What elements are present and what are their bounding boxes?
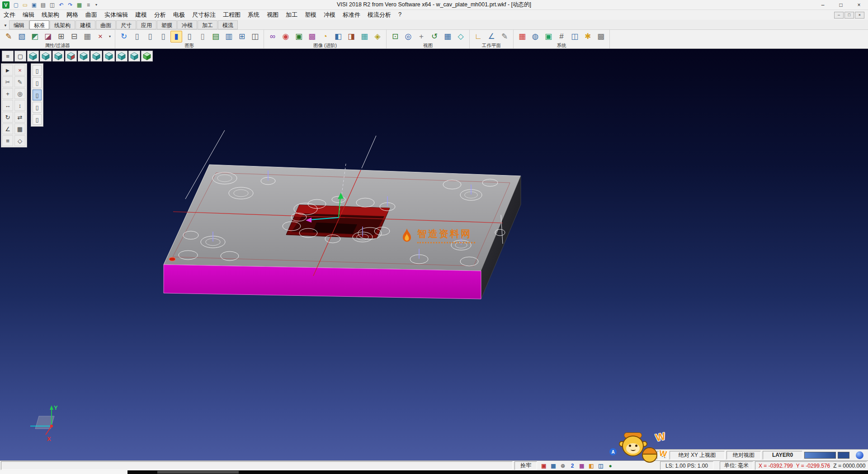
quick-access-dropdown-icon[interactable]: ▾: [93, 3, 99, 7]
stretch-icon[interactable]: ↕: [14, 100, 25, 111]
filter-solids-icon[interactable]: ⊟: [68, 31, 80, 43]
trim-icon[interactable]: ✂: [2, 76, 13, 87]
datum-marker[interactable]: [169, 257, 175, 261]
tab-10[interactable]: 模流: [218, 20, 238, 29]
hatch-icon[interactable]: ▩: [595, 31, 607, 43]
menu-item-18[interactable]: ?: [395, 10, 405, 20]
effects-icon[interactable]: ◈: [372, 31, 383, 43]
view-iso-2-icon[interactable]: [40, 51, 52, 62]
snap-lock-toggle[interactable]: 拴牢: [514, 461, 537, 470]
grid-icon[interactable]: ⊞: [236, 31, 248, 43]
profile-icon[interactable]: ◇: [14, 135, 25, 146]
view-orientation-indicator[interactable]: 绝对 XY 上视图: [670, 451, 725, 460]
texture-icon[interactable]: ◨: [345, 31, 357, 43]
menu-item-12[interactable]: 视图: [263, 10, 282, 20]
menu-item-9[interactable]: 尺寸标注: [189, 10, 219, 20]
status-render-icon[interactable]: ▣: [540, 462, 548, 469]
menu-item-17[interactable]: 模流分析: [364, 10, 395, 20]
new-document-icon[interactable]: ▢: [12, 1, 20, 9]
monitor-icon[interactable]: ◫: [569, 31, 580, 43]
tab-1[interactable]: 标准: [29, 20, 49, 29]
status-help2-icon[interactable]: 2: [568, 462, 576, 469]
mdi-close-button[interactable]: ×: [855, 12, 864, 19]
filter-clear-icon[interactable]: ×: [94, 31, 106, 43]
layer-column-active-icon[interactable]: ▮: [170, 31, 182, 43]
workplane-angle-icon[interactable]: ∠: [486, 31, 497, 43]
menu-item-4[interactable]: 曲面: [82, 10, 101, 20]
render-icon[interactable]: ◉: [280, 31, 292, 43]
move-icon[interactable]: ↔: [2, 100, 13, 111]
sketch-icon[interactable]: ✎: [14, 76, 25, 87]
save-icon[interactable]: ▣: [30, 1, 38, 9]
list-icon[interactable]: ≡: [2, 135, 13, 146]
angle-icon[interactable]: ∠: [2, 123, 13, 134]
attribute-pen-icon[interactable]: ✎: [3, 31, 14, 43]
layer-column-2-icon[interactable]: ▯: [144, 31, 156, 43]
layer-column-4-icon[interactable]: ▯: [184, 31, 195, 43]
menu-item-3[interactable]: 网格: [63, 10, 82, 20]
mdi-minimize-button[interactable]: –: [834, 12, 844, 19]
status-snap-icon[interactable]: ⊕: [559, 462, 567, 469]
view-bottom-icon[interactable]: [128, 51, 140, 62]
tab-options-dropdown[interactable]: ▼: [2, 21, 9, 29]
view-front-icon[interactable]: [90, 51, 102, 62]
menu-item-16[interactable]: 标准件: [339, 10, 364, 20]
array-icon[interactable]: ▦: [14, 123, 25, 134]
menu-item-2[interactable]: 线架构: [38, 10, 63, 20]
active-layer-indicator[interactable]: LAYER0: [763, 451, 802, 460]
notebook-icon[interactable]: ▤: [210, 31, 222, 43]
layer-column-1-icon[interactable]: ▯: [131, 31, 143, 43]
filter-can-2-icon[interactable]: ▯: [33, 77, 42, 88]
layer-column-3-icon[interactable]: ▯: [157, 31, 169, 43]
workspace-icon[interactable]: ▦: [75, 1, 84, 9]
undo-icon[interactable]: ↶: [57, 1, 66, 9]
attribute-painter-icon[interactable]: ▧: [16, 31, 28, 43]
menu-item-8[interactable]: 电极: [170, 10, 189, 20]
view-side-icon[interactable]: [103, 51, 115, 62]
status-grid-icon[interactable]: ▦: [549, 462, 557, 469]
view-iso-red-icon[interactable]: [65, 51, 77, 62]
rotate-view-icon[interactable]: ↺: [429, 31, 440, 43]
filter-all-icon[interactable]: ▦: [81, 31, 93, 43]
pan-icon[interactable]: +: [415, 31, 427, 43]
delete-icon[interactable]: ×: [14, 65, 25, 76]
menu-item-5[interactable]: 实体编辑: [101, 10, 132, 20]
workplane-icon[interactable]: ∟: [472, 31, 484, 43]
workplane-edit-icon[interactable]: ✎: [499, 31, 510, 43]
filter-surfaces-icon[interactable]: ⊞: [55, 31, 67, 43]
globe-status-icon[interactable]: [856, 451, 863, 459]
select-icon[interactable]: ►: [2, 65, 13, 76]
menu-item-7[interactable]: 分析: [151, 10, 170, 20]
tab-6[interactable]: 应用: [137, 20, 156, 29]
view-iso-1-icon[interactable]: [27, 51, 39, 62]
mirror-icon[interactable]: ⇄: [14, 112, 25, 123]
point-icon[interactable]: +: [2, 88, 13, 99]
close-button[interactable]: ×: [850, 0, 868, 9]
menu-item-10[interactable]: 工程图: [219, 10, 244, 20]
filter-curves-icon[interactable]: ◪: [42, 31, 54, 43]
print-icon[interactable]: ▤: [39, 1, 47, 9]
tab-5[interactable]: 尺寸: [116, 20, 136, 29]
filter-can-5-icon[interactable]: ▯: [33, 114, 42, 125]
menu-item-15[interactable]: 冲模: [320, 10, 339, 20]
open-folder-icon[interactable]: ▭: [21, 1, 29, 9]
zoom-window-icon[interactable]: ◎: [402, 31, 414, 43]
stereo-view-icon[interactable]: ∞: [267, 31, 278, 43]
gallery-icon[interactable]: ▩: [306, 31, 318, 43]
tab-2[interactable]: 线架构: [50, 20, 75, 29]
view-iso-active-icon[interactable]: [141, 51, 153, 62]
mdi-restore-button[interactable]: □: [844, 12, 854, 19]
redo-icon[interactable]: ↷: [66, 1, 75, 9]
session-icon[interactable]: ≡: [84, 1, 93, 9]
lighting-icon[interactable]: ◔: [319, 31, 331, 43]
filter-can-3-icon[interactable]: ▯: [33, 90, 42, 100]
globe-icon[interactable]: ◍: [529, 31, 541, 43]
circle-icon[interactable]: ◎: [14, 88, 25, 99]
filter-can-4-icon[interactable]: ▯: [33, 102, 42, 113]
filter-can-1-icon[interactable]: ▯: [33, 65, 42, 76]
rotate-icon[interactable]: ↻: [2, 112, 13, 123]
menu-item-0[interactable]: 文件: [0, 10, 19, 20]
background-icon[interactable]: ▦: [359, 31, 370, 43]
line-color-swatch[interactable]: [838, 452, 849, 459]
calculator-icon[interactable]: #: [556, 31, 567, 43]
